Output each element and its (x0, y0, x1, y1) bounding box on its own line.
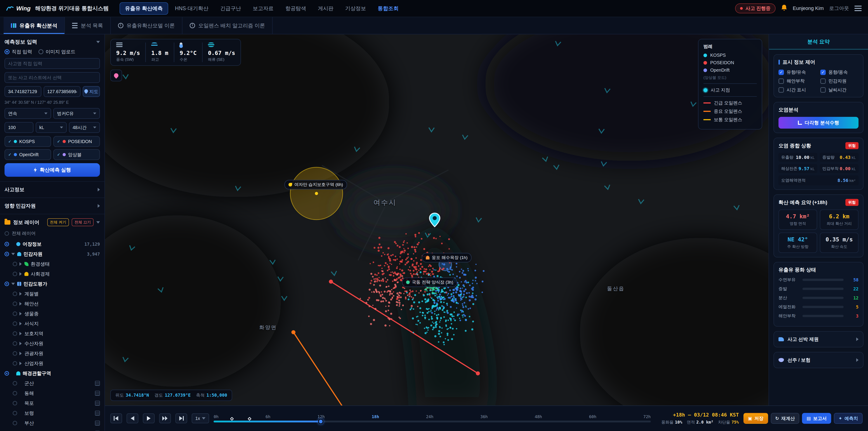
layer-toggle-icon[interactable] (4, 242, 9, 246)
map-annotation-chip[interactable]: 여자만 습지보호구역 (6h) (284, 180, 347, 189)
incident-location-pin[interactable] (429, 213, 440, 228)
layer-toggle-icon[interactable] (13, 381, 17, 386)
tree-caret-icon[interactable] (20, 352, 22, 355)
run-prediction-button[interactable]: 확산예측 실행 (4, 163, 100, 177)
playback-speed-select[interactable]: 1x (192, 413, 209, 423)
layer-tree-row[interactable]: 관광자원 (3, 348, 102, 359)
tab[interactable]: 유출유확산모델 이론 (111, 17, 182, 34)
tree-caret-icon[interactable] (20, 272, 22, 276)
layer-tree-row[interactable]: 서식지 (3, 319, 102, 329)
layer-toggle-icon[interactable] (13, 272, 17, 276)
layer-tree-row[interactable]: 민감자원 3,947 (3, 249, 102, 259)
layer-toggle-icon[interactable] (13, 391, 17, 396)
spill-amount-input[interactable] (4, 122, 33, 133)
model-toggle[interactable]: ✓ 앙상블 (53, 149, 100, 160)
layer-toggle-icon[interactable] (13, 262, 17, 266)
map-annotation-chip[interactable]: 국동 전략 양식장 (3h) (402, 278, 457, 287)
recalculate-button[interactable]: ↻ 재계산 (771, 413, 800, 424)
logout-button[interactable]: 로그아웃 (829, 5, 849, 12)
tree-caret-icon[interactable] (11, 253, 15, 255)
nav-item[interactable]: 게시판 (313, 3, 338, 14)
play-button[interactable] (143, 413, 155, 423)
display-option-checkbox[interactable]: 시간 표시 (778, 87, 817, 93)
fence-endpoint[interactable] (476, 371, 480, 375)
tree-caret-icon[interactable] (20, 262, 22, 266)
unit-select[interactable]: kL (36, 122, 67, 133)
display-option-checkbox[interactable]: 민감자원 (820, 78, 859, 84)
summary-collapsed-section[interactable]: 선주 / 보험 (774, 352, 864, 368)
fast-forward-button[interactable] (159, 413, 171, 423)
duration-select[interactable]: 48시간 (69, 122, 100, 133)
predict-section-header[interactable]: 예측정보 입력 (0, 34, 104, 49)
all-layers-on-button[interactable]: 전체 켜기 (47, 218, 69, 226)
report-button[interactable]: ▤ 보고서 (802, 413, 831, 424)
layer-tree-row[interactable]: 사회경제 (3, 269, 102, 279)
timeline-track[interactable] (214, 421, 651, 423)
fence-endpoint[interactable] (329, 280, 333, 284)
pick-on-map-button[interactable]: 지도 (83, 86, 100, 97)
summary-tab[interactable]: 분석 요약 (769, 34, 868, 50)
forecast-button[interactable]: ✦ 예측치 (834, 413, 863, 424)
input-mode-radio[interactable]: 이미지 업로드 (38, 49, 75, 55)
display-option-checkbox[interactable]: 유향/유속 (778, 69, 817, 75)
tree-caret-icon[interactable] (11, 283, 15, 285)
timeline-ruler[interactable]: 0h6h12h18h24h36h48h60h72h (214, 414, 651, 423)
notification-bell-icon[interactable] (781, 4, 787, 12)
emergency-oil-fence-line[interactable] (331, 282, 478, 373)
skip-end-button[interactable] (176, 413, 187, 423)
layer-tree-row[interactable]: 목포 (3, 398, 102, 408)
step-back-button[interactable] (127, 413, 138, 423)
layer-toggle-icon[interactable] (13, 421, 17, 425)
tab[interactable]: 오일펜스 배치 알고리즘 이론 (182, 17, 273, 34)
polygon-analysis-button[interactable]: 다각형 분석수행 (778, 117, 859, 129)
layer-toggle-icon[interactable] (13, 341, 17, 346)
model-toggle[interactable]: ✓ OpenDrift (4, 149, 51, 160)
sidebar-collapsed-section[interactable]: 영향 민감자원 (0, 197, 104, 214)
layer-toggle-icon[interactable] (13, 311, 17, 316)
spill-type-select[interactable]: 연속 (4, 108, 51, 119)
model-toggle[interactable]: ✓ KOSPS (4, 136, 51, 147)
layer-tree-row[interactable]: 해안선 (3, 299, 102, 309)
layer-detail-icon[interactable] (95, 421, 100, 426)
layer-detail-icon[interactable] (95, 411, 100, 415)
layer-tree-row[interactable]: 보호지역 (3, 329, 102, 339)
layer-toggle-icon[interactable] (4, 371, 9, 376)
layer-toggle-icon[interactable] (13, 351, 17, 356)
tree-caret-icon[interactable] (20, 342, 22, 345)
tree-caret-icon[interactable] (20, 322, 22, 326)
layer-tree-row[interactable]: 해경관할구역 (3, 368, 102, 378)
layer-tree-row[interactable]: 부산 (3, 418, 102, 428)
layer-tree-row[interactable]: 어장정보 17,129 (3, 239, 102, 249)
layer-toggle-icon[interactable] (4, 282, 9, 286)
layer-tree-row[interactable]: 보령 (3, 408, 102, 418)
map-canvas[interactable]: 9.2 m/s 풍속 (SW) 1.8 m 파고 9.2°C (105, 34, 769, 405)
layer-tree-row[interactable]: 계절별 (3, 289, 102, 299)
layer-toggle-icon[interactable] (13, 321, 17, 326)
layer-toggle-icon[interactable] (13, 331, 17, 336)
fence-endpoint[interactable] (291, 330, 296, 334)
display-option-checkbox[interactable]: 날씨시간 (820, 87, 859, 93)
nav-item[interactable]: 보고자료 (248, 3, 278, 14)
display-option-checkbox[interactable]: 해안부착 (778, 78, 817, 84)
all-layers-off-button[interactable]: 전체 끄기 (72, 218, 94, 226)
layer-detail-icon[interactable] (95, 401, 100, 406)
tree-caret-icon[interactable] (20, 302, 22, 306)
layer-toggle-icon[interactable] (13, 361, 17, 366)
layer-detail-icon[interactable] (95, 381, 100, 386)
timeline-handle[interactable] (318, 419, 323, 424)
latitude-input[interactable] (4, 86, 41, 97)
display-option-checkbox[interactable]: 풍향/풍속 (820, 69, 859, 75)
measure-tool-button[interactable] (110, 70, 122, 81)
nav-item[interactable]: 기상정보 (340, 3, 371, 14)
layer-tree-row[interactable]: 군산 (3, 378, 102, 388)
layer-toggle-icon[interactable] (4, 252, 9, 256)
skip-start-button[interactable] (110, 413, 122, 423)
nav-item[interactable]: HNS·대기확산 (170, 3, 213, 14)
layer-tree-row[interactable]: 수산자원 (3, 339, 102, 348)
important-oil-fence-line[interactable] (293, 332, 344, 405)
save-button[interactable]: ▣ 저장 (743, 413, 768, 424)
layer-toggle-icon[interactable] (13, 291, 17, 296)
tree-caret-icon[interactable] (20, 362, 22, 365)
layer-toggle-icon[interactable] (13, 401, 17, 405)
incident-name-input[interactable] (4, 58, 100, 69)
